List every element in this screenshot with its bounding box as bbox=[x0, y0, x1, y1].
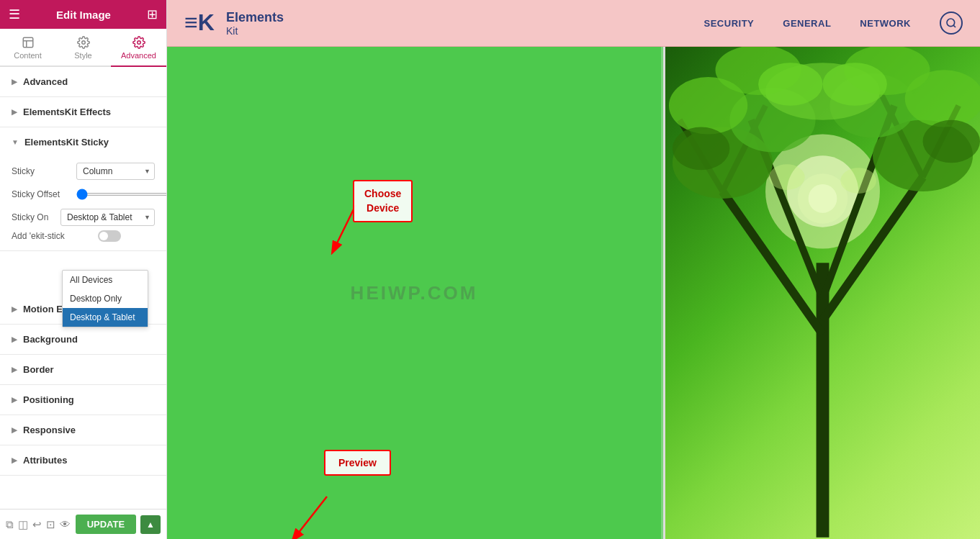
section-elementskit-sticky: ▼ ElementsKit Sticky Sticky Column Secti… bbox=[0, 127, 166, 251]
chevron-right-icon-4: ▶ bbox=[12, 335, 17, 343]
sidebar-header: ☰ Edit Image ⊞ bbox=[0, 0, 166, 29]
section-background-label: Background bbox=[23, 334, 78, 345]
nav-network[interactable]: NETWORK bbox=[860, 18, 911, 29]
svg-point-6 bbox=[947, 19, 955, 27]
section-advanced-header[interactable]: ▶ Advanced bbox=[0, 67, 166, 96]
chevron-right-icon-6: ▶ bbox=[12, 396, 17, 404]
update-dropdown-button[interactable]: ▲ bbox=[140, 515, 161, 534]
canvas-image-section bbox=[663, 47, 980, 539]
logo-text-group: Elements Kit bbox=[226, 10, 284, 37]
section-elementskit-effects: ▶ ElementsKit Effects bbox=[0, 97, 166, 127]
top-nav: ≡K Elements Kit SECURITY GENERAL NETWORK bbox=[167, 0, 980, 47]
svg-point-30 bbox=[758, 63, 822, 106]
canvas-green-section: HEIWP.COM bbox=[167, 47, 663, 539]
tab-content[interactable]: Content bbox=[0, 29, 55, 67]
dropdown-desktop-tablet[interactable]: Desktop & Tablet bbox=[63, 308, 148, 327]
svg-point-35 bbox=[840, 168, 876, 194]
sticky-select[interactable]: Column Section None bbox=[76, 163, 155, 180]
add-ekit-label: Add 'ekit-stick bbox=[12, 231, 98, 241]
tab-content-label: Content bbox=[14, 51, 42, 60]
section-advanced-label: Advanced bbox=[23, 76, 68, 87]
svg-point-33 bbox=[809, 184, 837, 213]
sidebar: ☰ Edit Image ⊞ Content Style Advanced ▶ … bbox=[0, 0, 167, 539]
chevron-right-icon-3: ▶ bbox=[12, 305, 17, 313]
section-advanced: ▶ Advanced bbox=[0, 67, 166, 97]
section-positioning: ▶ Positioning bbox=[0, 385, 166, 415]
add-ekit-toggle[interactable] bbox=[98, 230, 121, 242]
hamburger-icon[interactable]: ☰ bbox=[9, 6, 20, 22]
sticky-offset-slider-wrap bbox=[76, 187, 166, 201]
section-responsive-header[interactable]: ▶ Responsive bbox=[0, 415, 166, 445]
sticky-offset-label: Sticky Offset bbox=[12, 189, 76, 199]
section-border: ▶ Border bbox=[0, 355, 166, 385]
section-background-header[interactable]: ▶ Background bbox=[0, 325, 166, 354]
svg-point-3 bbox=[81, 41, 85, 45]
section-sticky-header[interactable]: ▼ ElementsKit Sticky bbox=[0, 127, 166, 157]
chevron-right-icon-2: ▶ bbox=[12, 108, 17, 116]
sidebar-content: ▶ Advanced ▶ ElementsKit Effects ▼ Eleme… bbox=[0, 67, 166, 509]
tab-style-label: Style bbox=[74, 51, 91, 60]
layers-icon-2[interactable]: ◫ bbox=[18, 518, 28, 531]
logo-area: ≡K Elements Kit bbox=[184, 7, 284, 40]
tab-advanced[interactable]: Advanced bbox=[111, 29, 166, 67]
chevron-right-icon: ▶ bbox=[12, 78, 17, 86]
sticky-field-row: Sticky Column Section None bbox=[12, 163, 155, 180]
sticky-select-container: Column Section None bbox=[76, 163, 155, 180]
nav-security[interactable]: SECURITY bbox=[704, 18, 755, 29]
logo-elements: Elements bbox=[226, 10, 284, 25]
section-background: ▶ Background bbox=[0, 325, 166, 355]
tab-advanced-label: Advanced bbox=[121, 51, 156, 60]
svg-point-28 bbox=[673, 127, 729, 171]
section-border-header[interactable]: ▶ Border bbox=[0, 355, 166, 384]
dropdown-desktop-only[interactable]: Desktop Only bbox=[63, 289, 148, 308]
sidebar-bottom-bar: ⧉ ◫ ↩ ⊡ 👁 UPDATE ▲ bbox=[0, 509, 166, 539]
sticky-select-wrap: Column Section None bbox=[76, 163, 155, 180]
canvas-watermark: HEIWP.COM bbox=[351, 282, 478, 304]
section-positioning-header[interactable]: ▶ Positioning bbox=[0, 385, 166, 415]
chevron-right-icon-8: ▶ bbox=[12, 456, 17, 464]
section-sticky-label: ElementsKit Sticky bbox=[24, 137, 109, 148]
nav-links: SECURITY GENERAL NETWORK bbox=[704, 18, 911, 29]
sidebar-title: Edit Image bbox=[56, 9, 111, 21]
svg-point-34 bbox=[769, 164, 805, 190]
sidebar-tabs: Content Style Advanced bbox=[0, 29, 166, 67]
sticky-field-label: Sticky bbox=[12, 166, 76, 176]
section-attributes: ▶ Attributes bbox=[0, 445, 166, 476]
svg-point-31 bbox=[823, 63, 887, 106]
logo-icon: ≡K bbox=[184, 7, 219, 40]
svg-point-4 bbox=[137, 41, 140, 45]
section-attributes-header[interactable]: ▶ Attributes bbox=[0, 445, 166, 475]
section-attributes-label: Attributes bbox=[23, 455, 67, 466]
sticky-offset-slider[interactable] bbox=[76, 193, 166, 196]
undo-icon[interactable]: ↩ bbox=[32, 518, 42, 531]
canvas-area: HEIWP.COM bbox=[167, 47, 980, 539]
add-ekit-row: Add 'ekit-stick bbox=[12, 230, 155, 242]
sticky-on-row: Sticky On All Devices Desktop Only Deskt… bbox=[12, 209, 155, 226]
section-responsive-label: Responsive bbox=[23, 425, 76, 435]
section-positioning-label: Positioning bbox=[23, 394, 74, 405]
section-effects-header[interactable]: ▶ ElementsKit Effects bbox=[0, 97, 166, 127]
update-button[interactable]: UPDATE bbox=[76, 515, 136, 534]
eye-icon[interactable]: 👁 bbox=[60, 518, 71, 530]
layers-icon[interactable]: ⧉ bbox=[6, 518, 14, 531]
section-effects-label: ElementsKit Effects bbox=[23, 107, 111, 117]
chevron-down-icon: ▼ bbox=[12, 138, 19, 146]
section-sticky-body: Sticky Column Section None Sticky Of bbox=[0, 157, 166, 250]
svg-line-7 bbox=[953, 25, 956, 27]
chevron-right-icon-5: ▶ bbox=[12, 366, 17, 373]
sticky-on-select[interactable]: All Devices Desktop Only Desktop & Table… bbox=[60, 209, 155, 226]
responsive-icon[interactable]: ⊡ bbox=[46, 518, 55, 531]
sticky-on-dropdown-popup: All Devices Desktop Only Desktop & Table… bbox=[62, 270, 148, 327]
nav-general[interactable]: GENERAL bbox=[783, 18, 831, 29]
section-border-label: Border bbox=[23, 364, 54, 375]
search-icon[interactable] bbox=[940, 12, 963, 35]
sticky-on-select-wrap: All Devices Desktop Only Desktop & Table… bbox=[60, 209, 155, 226]
section-responsive: ▶ Responsive bbox=[0, 415, 166, 445]
sticky-offset-row: Sticky Offset bbox=[12, 187, 155, 201]
dropdown-all-devices[interactable]: All Devices bbox=[63, 271, 148, 289]
logo-kit: Kit bbox=[226, 25, 284, 37]
svg-text:≡K: ≡K bbox=[184, 9, 215, 35]
main-content: ≡K Elements Kit SECURITY GENERAL NETWORK… bbox=[167, 0, 980, 539]
grid-icon[interactable]: ⊞ bbox=[147, 6, 158, 22]
tab-style[interactable]: Style bbox=[55, 29, 111, 67]
